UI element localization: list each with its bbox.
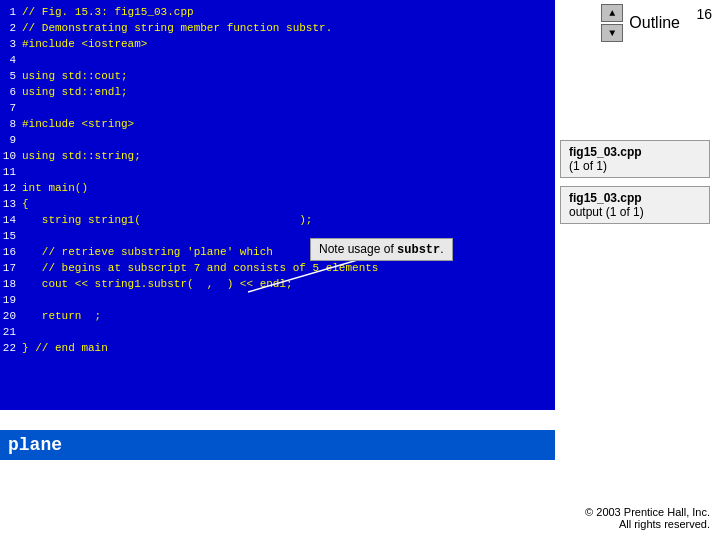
code-line-10: 10 using std::string;	[0, 148, 555, 164]
line-num-4: 4	[0, 52, 22, 68]
code-line-5: 5 using std::cout;	[0, 68, 555, 84]
line-code-12: int main()	[22, 180, 88, 196]
code-line-19: 19	[0, 292, 555, 308]
note-box: Note usage of substr.	[310, 238, 453, 261]
note-bold: substr	[397, 243, 440, 257]
code-line-3: 3 #include <iostream>	[0, 36, 555, 52]
code-line-16: 16 // retrieve substring 'plane' which	[0, 244, 555, 260]
line-code-17: // begins at subscript 7 and consists of…	[22, 260, 378, 276]
code-line-18: 18 cout << string1.substr( , ) << endl;	[0, 276, 555, 292]
line-code-18: cout << string1.substr( , ) << endl;	[22, 276, 293, 292]
note-suffix: .	[440, 242, 443, 256]
line-num-15: 15	[0, 228, 22, 244]
code-line-12: 12 int main()	[0, 180, 555, 196]
code-line-6: 6 using std::endl;	[0, 84, 555, 100]
code-line-22: 22 } // end main	[0, 340, 555, 356]
line-num-2: 2	[0, 20, 22, 36]
copyright: © 2003 Prentice Hall, Inc. All rights re…	[585, 506, 710, 530]
line-code-1: // Fig. 15.3: fig15_03.cpp	[22, 4, 194, 20]
line-num-3: 3	[0, 36, 22, 52]
code-panel: 1 // Fig. 15.3: fig15_03.cpp 2 // Demons…	[0, 0, 555, 410]
info-box-1: fig15_03.cpp (1 of 1)	[560, 140, 710, 178]
code-line-20: 20 return ;	[0, 308, 555, 324]
line-code-10: using std::string;	[22, 148, 141, 164]
output-bar: plane	[0, 430, 555, 460]
line-num-20: 20	[0, 308, 22, 324]
code-line-21: 21	[0, 324, 555, 340]
line-num-18: 18	[0, 276, 22, 292]
code-line-7: 7	[0, 100, 555, 116]
copyright-line2: All rights reserved.	[585, 518, 710, 530]
code-line-14: 14 string string1( );	[0, 212, 555, 228]
code-line-4: 4	[0, 52, 555, 68]
line-code-5: using std::cout;	[22, 68, 128, 84]
output-text: plane	[8, 435, 62, 455]
line-num-9: 9	[0, 132, 22, 148]
line-num-12: 12	[0, 180, 22, 196]
outline-label: Outline	[629, 14, 680, 32]
line-code-6: using std::endl;	[22, 84, 128, 100]
line-code-16: // retrieve substring 'plane' which	[22, 244, 273, 260]
note-text: Note usage of	[319, 242, 397, 256]
line-num-19: 19	[0, 292, 22, 308]
line-num-5: 5	[0, 68, 22, 84]
line-code-2: // Demonstrating string member function …	[22, 20, 332, 36]
line-num-21: 21	[0, 324, 22, 340]
info-box-1-subtitle: (1 of 1)	[569, 159, 701, 173]
line-num-22: 22	[0, 340, 22, 356]
outline-arrows[interactable]: ▲ ▼	[601, 4, 623, 42]
code-line-2: 2 // Demonstrating string member functio…	[0, 20, 555, 36]
slide-number: 16	[696, 6, 712, 22]
outline-area: ▲ ▼ Outline	[601, 4, 680, 42]
line-num-7: 7	[0, 100, 22, 116]
code-line-11: 11	[0, 164, 555, 180]
outline-down-button[interactable]: ▼	[601, 24, 623, 42]
outline-up-button[interactable]: ▲	[601, 4, 623, 22]
line-code-22: } // end main	[22, 340, 108, 356]
line-code-13: {	[22, 196, 29, 212]
bottom-white	[0, 460, 555, 540]
info-box-2: fig15_03.cpp output (1 of 1)	[560, 186, 710, 224]
line-code-20: return ;	[22, 308, 101, 324]
line-num-14: 14	[0, 212, 22, 228]
line-num-11: 11	[0, 164, 22, 180]
line-num-6: 6	[0, 84, 22, 100]
line-num-1: 1	[0, 4, 22, 20]
line-num-8: 8	[0, 116, 22, 132]
line-code-3: #include <iostream>	[22, 36, 147, 52]
code-line-9: 9	[0, 132, 555, 148]
line-num-13: 13	[0, 196, 22, 212]
line-num-10: 10	[0, 148, 22, 164]
code-line-8: 8 #include <string>	[0, 116, 555, 132]
code-line-1: 1 // Fig. 15.3: fig15_03.cpp	[0, 4, 555, 20]
copyright-line1: © 2003 Prentice Hall, Inc.	[585, 506, 710, 518]
info-box-1-title: fig15_03.cpp	[569, 145, 701, 159]
info-box-2-title: fig15_03.cpp	[569, 191, 701, 205]
code-line-15: 15	[0, 228, 555, 244]
line-code-14: string string1( );	[22, 212, 312, 228]
line-num-17: 17	[0, 260, 22, 276]
line-code-8: #include <string>	[22, 116, 134, 132]
line-num-16: 16	[0, 244, 22, 260]
code-line-13: 13 {	[0, 196, 555, 212]
right-panel: fig15_03.cpp (1 of 1) fig15_03.cpp outpu…	[560, 140, 710, 232]
code-line-17: 17 // begins at subscript 7 and consists…	[0, 260, 555, 276]
info-box-2-subtitle: output (1 of 1)	[569, 205, 701, 219]
